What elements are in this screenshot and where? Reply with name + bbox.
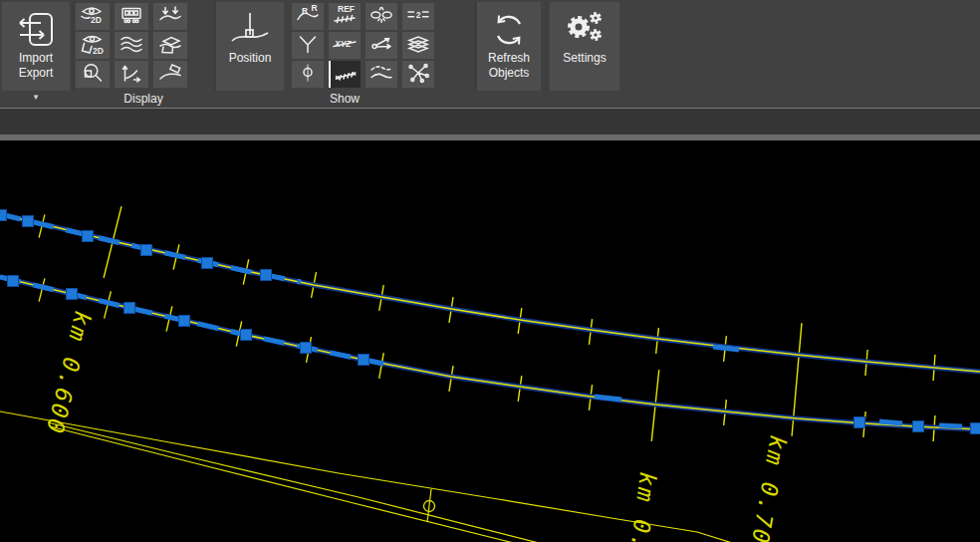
erase-button[interactable] — [153, 61, 187, 88]
refresh-objects-button[interactable]: Refresh Objects — [477, 2, 541, 91]
reference-stationing-button[interactable]: REF — [329, 3, 361, 30]
train-button[interactable] — [115, 3, 148, 30]
grip-handle[interactable] — [261, 270, 272, 281]
junction-icon — [296, 33, 320, 59]
grip-handle[interactable] — [913, 421, 924, 432]
grip-handle[interactable] — [971, 423, 980, 434]
grip-handle[interactable] — [855, 417, 865, 428]
grip-handle[interactable] — [141, 245, 152, 256]
grip-handle[interactable] — [202, 258, 213, 269]
station-km-label: km 0.700 — [744, 433, 792, 542]
position-icon — [228, 9, 272, 51]
grip-handle[interactable] — [67, 289, 78, 300]
grip-handle[interactable] — [359, 355, 369, 366]
view-2d-button[interactable]: 2D — [76, 3, 110, 30]
zoom-detail-icon — [81, 62, 105, 88]
link-broken-icon — [369, 4, 393, 30]
xyz-labels-icon: XYZ — [333, 33, 357, 59]
settings-group: Settings — [548, 0, 619, 108]
layer-stack-button[interactable] — [402, 32, 434, 59]
grip-handle[interactable] — [83, 231, 94, 242]
dashed-line-button[interactable] — [366, 61, 397, 88]
refresh-icon — [489, 9, 529, 51]
selection-dash — [939, 425, 962, 426]
svg-text:R: R — [302, 5, 308, 15]
erase-icon — [158, 62, 182, 88]
display-icon-grid: 2D 2D — [76, 3, 187, 88]
node-symbol-button[interactable] — [292, 61, 324, 88]
group-separator — [546, 2, 547, 92]
radius-labels-button[interactable]: RR — [292, 3, 324, 30]
show-group-label: Show — [215, 92, 474, 108]
node-rays-button[interactable] — [402, 61, 434, 88]
upper-track-alignment[interactable] — [0, 214, 980, 372]
link-broken-button[interactable] — [366, 3, 397, 30]
junction-button[interactable] — [292, 32, 324, 59]
selection-dash — [879, 421, 902, 423]
double-track-icon: 2 — [406, 4, 430, 30]
station-km-label: km 0.600 — [42, 309, 97, 437]
import-export-group: Import Export ▾ — [0, 0, 72, 108]
layer-stack-icon — [406, 33, 430, 59]
xyz-labels-button[interactable]: XYZ — [329, 32, 361, 59]
view-2d-section-icon: 2D — [81, 33, 105, 59]
dashed-line-icon — [369, 62, 393, 88]
layers-waves-button[interactable] — [115, 32, 148, 59]
stationing-ticks-button[interactable] — [329, 61, 361, 88]
grip-handle[interactable] — [301, 343, 312, 354]
node-symbol-icon — [296, 62, 320, 88]
svg-text:REF: REF — [338, 4, 355, 14]
svg-text:2D: 2D — [91, 15, 102, 25]
svg-text:2D: 2D — [93, 45, 104, 55]
lower-track-alignment-casing[interactable] — [0, 277, 980, 429]
upper-track-alignment-casing[interactable] — [0, 214, 980, 372]
zoom-detail-button[interactable] — [76, 61, 110, 88]
show-icon-grid: RR REF XYZ 2 — [292, 3, 434, 88]
coordinate-axis-icon — [120, 62, 143, 88]
drawing-canvas[interactable]: km 0.600km 0.700km 0.700 — [0, 140, 980, 542]
lower-track-alignment[interactable] — [0, 277, 980, 429]
grip-handle[interactable] — [23, 216, 34, 227]
grip-handle[interactable] — [8, 276, 19, 287]
gradient-arrows-icon — [369, 33, 393, 59]
double-track-button[interactable]: 2 — [402, 3, 434, 30]
node-marker-stem — [427, 489, 431, 522]
stationing-ticks-icon — [334, 62, 358, 88]
surfaces-button[interactable] — [153, 32, 187, 59]
train-icon — [120, 4, 143, 30]
import-export-dropdown-caret[interactable]: ▾ — [0, 92, 72, 108]
gradient-arrows-button[interactable] — [366, 32, 397, 59]
reference-stationing-icon: REF — [333, 4, 357, 30]
settings-gears-icon — [563, 9, 607, 51]
selection-dash — [595, 397, 621, 400]
grip-handle[interactable] — [124, 303, 135, 314]
view-2d-section-button[interactable]: 2D — [76, 32, 110, 59]
yellow-alignment-branch-b[interactable] — [50, 426, 518, 542]
display-group-label: Display — [74, 92, 213, 108]
import-export-icon — [13, 9, 59, 51]
surfaces-icon — [158, 33, 182, 59]
command-bar-strip — [0, 109, 980, 135]
superelevation-icon — [158, 4, 182, 30]
drawing-viewport[interactable]: km 0.600km 0.700km 0.700 — [0, 140, 980, 542]
grip-handle[interactable] — [0, 210, 7, 221]
grip-handle[interactable] — [179, 316, 190, 327]
radius-labels-icon: RR — [296, 4, 320, 30]
grip-handle[interactable] — [241, 330, 252, 341]
layers-waves-icon — [120, 33, 143, 59]
node-rays-icon — [406, 62, 430, 88]
station-km-label: km 0.700 — [620, 470, 661, 542]
svg-text:R: R — [312, 4, 318, 13]
view-2d-icon: 2D — [81, 4, 105, 30]
import-export-button[interactable]: Import Export — [2, 2, 70, 91]
show-group: Position RR REF XYZ 2 Show — [215, 0, 474, 108]
position-button[interactable]: Position — [216, 2, 284, 91]
svg-text:2: 2 — [416, 10, 421, 20]
selection-dash — [713, 347, 739, 350]
coordinate-axis-button[interactable] — [115, 61, 148, 88]
display-group: 2D 2D Display — [74, 0, 213, 108]
settings-button[interactable]: Settings — [550, 2, 619, 91]
superelevation-button[interactable] — [153, 3, 187, 30]
ribbon-toolbar: Import Export ▾ 2D 2D Display — [0, 0, 980, 109]
yellow-alignment-branch-a[interactable] — [48, 422, 543, 542]
